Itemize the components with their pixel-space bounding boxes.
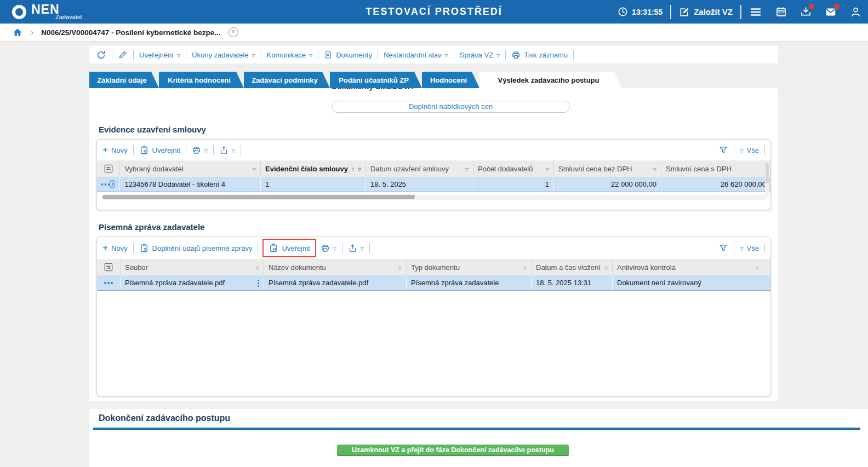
filter-chevron-icon[interactable]: ▽ [604, 266, 608, 270]
calendar-button[interactable] [775, 6, 787, 18]
supplement-report-button[interactable]: Doplnění údajů písemné zprávy [139, 243, 253, 253]
info-icon[interactable]: i [110, 180, 116, 188]
drag-handle-icon[interactable] [258, 280, 259, 281]
calendar-icon [775, 6, 787, 18]
filter-chevron-icon[interactable]: ▽ [546, 167, 549, 172]
filter-chevron-icon[interactable]: ▽ [256, 266, 259, 270]
chevron-down-icon: ▽ [309, 53, 312, 58]
menu-komunikace[interactable]: Komunikace ▽ [267, 51, 313, 59]
report-toolbar: + Nový Doplnění údajů písemné zprávy [97, 237, 770, 259]
publish-contract-button[interactable]: Uveřejnit [139, 145, 180, 155]
menu-nestandardni-stav[interactable]: Nestandardní stav ▽ [384, 51, 448, 59]
new-contract-button[interactable]: + Nový [102, 145, 128, 155]
filter-chevron-icon[interactable]: ▽ [358, 167, 361, 172]
pencil-icon[interactable] [118, 50, 128, 60]
tab-kriteria-hodnoceni[interactable]: Kritéria hodnocení [159, 72, 244, 88]
menu-uverejneni[interactable]: Uveřejnění ▽ [139, 51, 180, 59]
doplneni-nabidkovych-cen-button[interactable]: Doplnění nabídkových cen [332, 101, 570, 113]
tab-vysledek-zadavaciho-postupu[interactable]: Výsledek zadávacího postupu [479, 72, 622, 88]
column-header-antivirova-kontrola[interactable]: Antivirová kontrola▽ [612, 259, 763, 275]
top-bar: NEN Zadavatel TESTOVACÍ PROSTŘEDÍ 13:31:… [0, 0, 868, 24]
filter-chevron-icon[interactable]: ▽ [253, 167, 256, 172]
separator [112, 50, 112, 60]
menu-label: Úkony zadavatele [192, 51, 248, 59]
filter-icon[interactable] [718, 145, 728, 155]
view-all-dropdown[interactable]: ▽ Vše [740, 244, 759, 252]
column-label: Evidenční číslo smlouvy [265, 165, 348, 173]
close-icon[interactable]: × [229, 27, 238, 37]
vertical-scrollbar[interactable] [765, 162, 769, 198]
column-header-pocet-dodavatelu[interactable]: Počet dodavatelů▽ [473, 160, 553, 177]
chevron-right-icon: › [31, 27, 33, 37]
row-actions[interactable] [97, 275, 120, 290]
menu-label: Tisk záznamu [524, 51, 568, 59]
column-header-typ-dokumentu[interactable]: Typ dokumentu▽ [406, 259, 531, 275]
row-actions[interactable]: i [97, 177, 119, 192]
lock-vz-button[interactable]: Uzamknout VZ a přejít do fáze Dokončení … [337, 445, 569, 456]
logo-text-wrap: NEN Zadavatel [31, 3, 82, 20]
nen-logo[interactable]: NEN Zadavatel [12, 3, 82, 20]
filter-chevron-icon[interactable]: ▽ [398, 266, 402, 270]
chevron-down-icon: ▽ [361, 246, 364, 251]
scrollbar-thumb[interactable] [102, 195, 415, 199]
column-header-soubor[interactable]: Soubor▽ [120, 259, 264, 275]
breadcrumb-record[interactable]: N006/25/V00004747 - Posílení kybernetick… [41, 28, 220, 37]
new-report-button[interactable]: + Nový [102, 243, 128, 253]
menu-sprava-vz[interactable]: Správa VZ ▽ [460, 51, 500, 59]
filter-chevron-icon[interactable]: ▽ [653, 167, 656, 172]
column-header-datum-uzavreni-smlouvy[interactable]: Datum uzavření smlouvy▽ [366, 160, 473, 177]
separator [573, 50, 574, 60]
column-header-vybrany-dodavatel[interactable]: Vybraný dodavatel▽ [119, 160, 260, 177]
create-vz-button[interactable]: Založit VZ [679, 7, 733, 18]
menu-label: Uveřejnění [139, 51, 174, 59]
breadcrumb: › N006/25/V00004747 - Posílení kyberneti… [0, 24, 868, 42]
column-label: Smluvní cena s DPH [666, 165, 732, 173]
menu-button[interactable] [749, 5, 762, 19]
scrollbar-thumb[interactable] [766, 163, 769, 183]
column-settings-button[interactable] [97, 259, 120, 275]
filter-chevron-icon[interactable]: ▽ [523, 266, 527, 270]
column-header-nazev-dokumentu[interactable]: Název dokumentu▽ [264, 259, 406, 275]
column-settings-button[interactable] [97, 160, 119, 177]
downloads-button[interactable] [800, 6, 812, 18]
row-menu-icon[interactable] [104, 282, 106, 284]
file-link[interactable]: Písemná zpráva zadavatele.pdf [125, 279, 225, 287]
nen-logo-icon [12, 5, 26, 19]
horizontal-scrollbar[interactable] [101, 194, 766, 200]
contracts-table-row[interactable]: i 12345678 Dodavatel - školení 4 1 18. 5… [97, 177, 770, 192]
column-header-smluvni-cena-bez-dph[interactable]: Smluvní cena bez DPH▽ [553, 160, 661, 177]
print-dropdown-button[interactable]: ▽ [192, 146, 208, 155]
tab-zakladni-udaje[interactable]: Základní údaje [89, 72, 159, 88]
tab-podani-ucastniku[interactable]: Podání účastníků ZP [330, 72, 422, 88]
column-header-evidencni-cislo-smlouvy[interactable]: Evidenční číslo smlouvy↑▽ [260, 160, 366, 177]
separator [764, 243, 765, 253]
cell-antivirova-kontrola: Dokument není zavirovaný [612, 275, 763, 290]
export-dropdown-button[interactable]: ▽ [219, 146, 235, 155]
refresh-icon[interactable] [96, 50, 106, 60]
view-all-dropdown[interactable]: ▽ Vše [740, 146, 759, 154]
tab-zadavaci-podminky[interactable]: Zadávací podmínky [244, 72, 330, 88]
print-dropdown-button[interactable]: ▽ [321, 244, 336, 253]
publish-report-button[interactable]: Uveřejnit [269, 243, 310, 253]
menu-ukony-zadavatele[interactable]: Úkony zadavatele ▽ [192, 51, 255, 59]
tab-hodnoceni[interactable]: Hodnocení [422, 72, 479, 88]
export-dropdown-button[interactable]: ▽ [348, 244, 364, 253]
tab-bar: Základní údaje Kritéria hodnocení Zadáva… [89, 72, 778, 88]
chevron-down-icon: ▽ [252, 53, 255, 58]
filter-chevron-icon[interactable]: ▽ [465, 167, 469, 172]
column-header-datum-a-cas-vlozeni[interactable]: Datum a čas vložení▽ [531, 259, 612, 275]
section-title-evidence-uzavreni-smlouvy: Evidence uzavření smlouvy [99, 125, 771, 134]
separator [454, 50, 454, 60]
column-header-smluvni-cena-s-dph[interactable]: Smluvní cena s DPH [661, 160, 770, 177]
filter-chevron-icon[interactable]: ▽ [756, 266, 759, 270]
report-table-row[interactable]: Písemná zpráva zadavatele.pdf Písemná zp… [97, 275, 770, 291]
menu-dokumenty[interactable]: Dokumenty [324, 50, 372, 59]
user-profile-button[interactable] [850, 6, 861, 18]
messages-button[interactable] [825, 6, 837, 18]
home-icon[interactable] [12, 27, 23, 38]
separator [186, 145, 186, 155]
filter-icon[interactable] [718, 243, 728, 253]
menu-tisk-zaznamu[interactable]: Tisk záznamu [511, 50, 568, 60]
row-menu-icon[interactable] [101, 183, 103, 186]
separator [258, 243, 258, 253]
